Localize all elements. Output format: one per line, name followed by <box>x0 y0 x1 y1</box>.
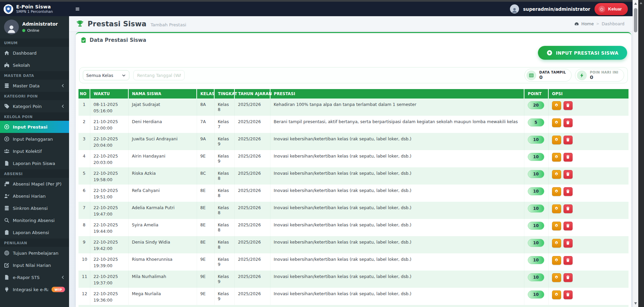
scroll-down-arrow[interactable] <box>634 302 637 305</box>
cell-kelas: 9A <box>197 133 214 150</box>
edit-button[interactable] <box>552 204 561 213</box>
sidebar-item-master-data[interactable]: Master Data <box>0 80 69 92</box>
cell-prestasi: Inovasi kebersihan/ketertiban kelas (rak… <box>270 236 524 253</box>
delete-button[interactable] <box>564 153 573 162</box>
cell-point: 10 <box>524 185 548 202</box>
delete-button[interactable] <box>564 118 573 127</box>
table-row: 922-10-202519:42:00Denia Sindy Widia8EKe… <box>78 236 629 253</box>
point-badge: 10 <box>528 290 544 299</box>
user-name: Administrator <box>22 21 58 27</box>
delete-button[interactable] <box>564 187 573 196</box>
page-scrollbar[interactable] <box>633 0 638 307</box>
sidebar-item-tujuan-pembelajaran[interactable]: Tujuan Pembelajaran <box>0 247 69 259</box>
delete-button[interactable] <box>564 222 573 230</box>
column-header-waktu: WAKTU <box>90 89 128 99</box>
delete-button[interactable] <box>564 290 573 299</box>
logout-button[interactable]: Keluar <box>594 3 628 15</box>
sidebar-item-monitoring-absensi[interactable]: Monitoring Absensi <box>0 214 69 226</box>
column-header-kelas: KELAS <box>197 89 214 99</box>
sidebar-item-integrasi-ke-e-rapor[interactable]: Integrasi ke e-RaporWIP <box>0 283 69 296</box>
page-header: Prestasi Siswa Tambah Prestasi Home > Da… <box>69 16 633 31</box>
sidebar-item-laporan-poin-siswa[interactable]: Laporan Poin Siswa <box>0 157 69 169</box>
edit-button[interactable] <box>552 290 561 299</box>
sidebar-item-sekolah[interactable]: Sekolah <box>0 59 69 71</box>
delete-button[interactable] <box>564 101 573 110</box>
delete-button[interactable] <box>564 239 573 248</box>
edit-button[interactable] <box>552 101 561 110</box>
edit-button[interactable] <box>552 170 561 179</box>
breadcrumb-home[interactable]: Home <box>581 21 594 26</box>
cell-prestasi: Inovasi kebersihan/ketertiban kelas (rak… <box>270 185 524 202</box>
cell-waktu: 21-10-202512:00:00 <box>90 116 128 133</box>
cell-opsi <box>548 288 629 305</box>
board-icon <box>4 181 9 187</box>
trash-icon <box>566 275 570 280</box>
chevron-left-icon <box>61 275 65 279</box>
edit-button[interactable] <box>552 118 561 127</box>
point-badge: 10 <box>528 204 544 213</box>
navbar-avatar[interactable] <box>510 4 519 13</box>
table-row: 622-10-202519:51:00Refa Cahyani8EKelas 8… <box>78 185 629 202</box>
table-row: 1222-10-202519:36:00Mega Nurlaila9EKelas… <box>78 288 629 305</box>
edit-button[interactable] <box>552 136 561 144</box>
point-badge: 10 <box>528 187 544 195</box>
sidebar-item-absensi-harian[interactable]: Absensi Harian <box>0 190 69 202</box>
delete-button[interactable] <box>564 204 573 213</box>
sidebar-item-label: Input Nilai Harian <box>13 263 65 268</box>
hamburger-menu-icon[interactable] <box>74 7 80 11</box>
cell-tahun-ajaran: 2025/2026 <box>234 236 270 253</box>
sidebar-item-dashboard[interactable]: Dashboard <box>0 47 69 59</box>
chevron-left-icon <box>61 104 65 108</box>
cell-opsi <box>548 271 629 288</box>
scroll-up-arrow[interactable] <box>634 2 637 5</box>
edit-button[interactable] <box>552 256 561 265</box>
trash-icon <box>566 138 570 143</box>
navbar-username: superadmin/administrator <box>523 6 590 12</box>
chevron-down-icon <box>122 73 126 78</box>
sidebar-item-input-kolektif[interactable]: Input Kolektif <box>0 145 69 157</box>
sidebar-item-input-pelanggaran[interactable]: Input Pelanggaran <box>0 133 69 145</box>
cell-prestasi: Inovasi kebersihan/ketertiban kelas (rak… <box>270 133 524 150</box>
cell-nama: Deni Herdiana <box>128 116 197 133</box>
edit-button[interactable] <box>552 273 561 282</box>
cell-kelas: 8A <box>197 99 214 116</box>
table-row: 1122-10-202519:37:00Mila Nurhalimah9EKel… <box>78 271 629 288</box>
school-icon <box>4 62 9 68</box>
edit-button[interactable] <box>552 187 561 196</box>
sidebar-item-sinkron-absensi[interactable]: Sinkron Absensi <box>0 202 69 214</box>
poin-hari-ini-chip: POIN HARI INI 0 <box>575 69 624 82</box>
sidebar-item-e-rapor-sts[interactable]: e-Rapor STS <box>0 271 69 283</box>
sidebar-nav: UMUMDashboardSekolahMASTER DATAMaster Da… <box>0 38 69 296</box>
page-title: Prestasi Siswa <box>88 20 147 28</box>
sidebar-item-input-prestasi[interactable]: Input Prestasi <box>0 121 69 133</box>
class-filter-select[interactable]: Semua Kelas <box>83 70 129 80</box>
brand: E-Poin Siswa SMPN 1 Percontohan <box>0 2 69 16</box>
user-avatar <box>4 20 19 34</box>
table-row: 722-10-202519:47:00Adelia Karmala Putri8… <box>78 202 629 219</box>
sidebar-item-input-nilai-harian[interactable]: Input Nilai Harian <box>0 259 69 271</box>
trash-icon <box>566 258 570 263</box>
cell-tingkat: Kelas 8 <box>214 99 234 116</box>
cell-nama: Mila Nurhalimah <box>128 271 197 288</box>
delete-button[interactable] <box>564 170 573 179</box>
date-range-input[interactable] <box>133 70 185 80</box>
bolt-icon <box>577 71 587 80</box>
file-icon <box>4 275 9 280</box>
user-icon <box>511 7 518 13</box>
edit-button[interactable] <box>552 153 561 162</box>
edit-button[interactable] <box>552 239 561 248</box>
input-prestasi-button[interactable]: INPUT PRESTASI SISWA <box>538 46 627 60</box>
delete-button[interactable] <box>564 136 573 144</box>
sidebar-item-laporan-absensi[interactable]: Laporan Absensi <box>0 226 69 239</box>
delete-button[interactable] <box>564 273 573 282</box>
sidebar-item-label: e-Rapor STS <box>13 275 58 280</box>
scrollbar-thumb[interactable] <box>634 8 637 32</box>
sidebar-item-kategori-poin[interactable]: Kategori Poin <box>0 100 69 112</box>
cell-point: 20 <box>524 99 548 116</box>
delete-button[interactable] <box>564 256 573 265</box>
edit-button[interactable] <box>552 222 561 230</box>
trash-icon <box>566 103 570 108</box>
sidebar-item-absensi-mapel-per-jp[interactable]: Absensi Mapel (Per JP) <box>0 178 69 190</box>
page-title-group: Prestasi Siswa Tambah Prestasi <box>76 20 186 28</box>
cell-no: 9 <box>78 236 90 253</box>
